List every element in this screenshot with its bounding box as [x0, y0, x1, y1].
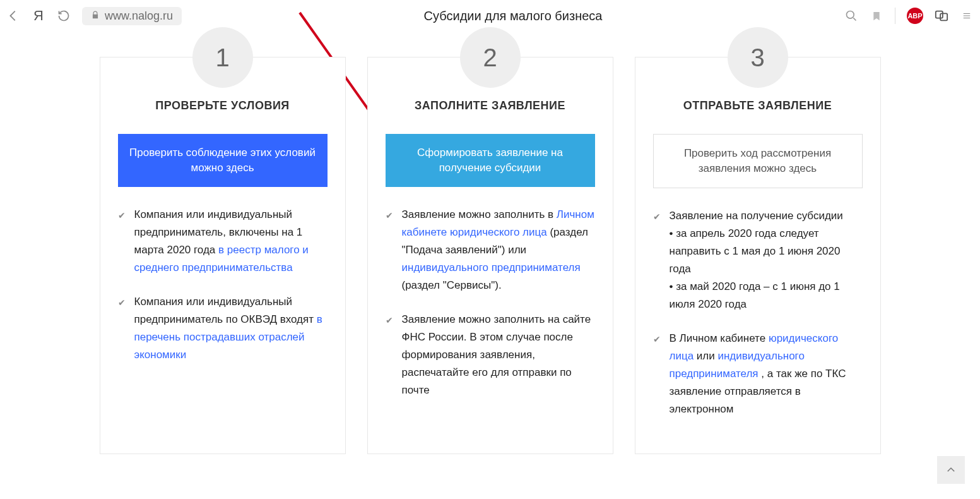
list-item: ✔ Заявление можно заполнить на сайте ФНС… — [386, 311, 595, 399]
check-icon: ✔ — [653, 332, 661, 418]
adblock-icon[interactable]: ABP — [907, 8, 923, 24]
reload-icon[interactable] — [57, 9, 71, 22]
url-text: www.nalog.ru — [105, 9, 173, 23]
search-icon[interactable] — [844, 9, 858, 22]
list-text: Заявление на получение субсидии • за апр… — [670, 207, 863, 313]
list-text: В Личном кабинете — [670, 332, 769, 344]
step-title-2: ЗАПОЛНИТЕ ЗАЯВЛЕНИЕ — [386, 99, 595, 112]
check-icon: ✔ — [653, 210, 661, 313]
svg-rect-2 — [940, 13, 947, 20]
back-icon[interactable] — [6, 9, 20, 23]
list-item: ✔ В Личном кабинете юридического лица ил… — [653, 330, 863, 418]
list-item: ✔ Заявление можно заполнить в Личном каб… — [386, 206, 595, 294]
check-conditions-button[interactable]: Проверить соблюдение этих условий можно … — [118, 134, 328, 187]
step-card-2: 2 ЗАПОЛНИТЕ ЗАЯВЛЕНИЕ Сформировать заявл… — [367, 57, 613, 454]
step-card-3: 3 ОТПРАВЬТЕ ЗАЯВЛЕНИЕ Проверить ход расс… — [635, 57, 881, 454]
check-icon: ✔ — [386, 208, 393, 294]
menu-icon[interactable] — [960, 9, 974, 22]
check-icon: ✔ — [118, 208, 126, 277]
divider — [895, 8, 895, 24]
check-icon: ✔ — [386, 313, 393, 399]
scroll-to-top-button[interactable] — [937, 456, 965, 484]
step-card-1: 1 ПРОВЕРЬТЕ УСЛОВИЯ Проверить соблюдение… — [100, 57, 346, 454]
list-item: ✔ Компания или индивидуальный предприним… — [118, 293, 328, 364]
yandex-logo-icon[interactable]: Я — [32, 8, 45, 24]
steps-container: 1 ПРОВЕРЬТЕ УСЛОВИЯ Проверить соблюдение… — [0, 32, 980, 454]
lock-icon — [91, 11, 100, 21]
translate-icon[interactable] — [935, 8, 948, 23]
check-icon: ✔ — [118, 296, 126, 364]
check-status-button[interactable]: Проверить ход рассмотрения заявления мож… — [653, 134, 863, 188]
address-bar[interactable]: www.nalog.ru — [82, 7, 182, 25]
list-text: Компания или индивидуальный предпринимат… — [134, 296, 317, 325]
create-application-button[interactable]: Сформировать заявление на получение субс… — [386, 134, 595, 187]
step-number-1: 1 — [192, 27, 253, 88]
list-text: или — [697, 350, 718, 362]
individual-entrepreneur-link[interactable]: индивидуального предпринимателя — [402, 262, 581, 274]
list-text: (раздел "Сервисы"). — [402, 279, 502, 291]
list-text: Заявление можно заполнить в — [402, 208, 557, 220]
step-title-3: ОТПРАВЬТЕ ЗАЯВЛЕНИЕ — [653, 99, 863, 112]
list-item: ✔ Заявление на получение субсидии • за а… — [653, 207, 863, 313]
list-item: ✔ Компания или индивидуальный предприним… — [118, 206, 328, 277]
bookmark-icon[interactable] — [870, 9, 883, 22]
list-text: Заявление можно заполнить на сайте ФНС Р… — [402, 311, 595, 399]
svg-rect-1 — [936, 11, 943, 18]
svg-point-0 — [847, 11, 854, 19]
step-number-2: 2 — [460, 27, 521, 88]
step-title-1: ПРОВЕРЬТЕ УСЛОВИЯ — [118, 99, 328, 112]
page-title: Субсидии для малого бизнеса — [193, 9, 833, 23]
step-number-3: 3 — [728, 27, 788, 88]
